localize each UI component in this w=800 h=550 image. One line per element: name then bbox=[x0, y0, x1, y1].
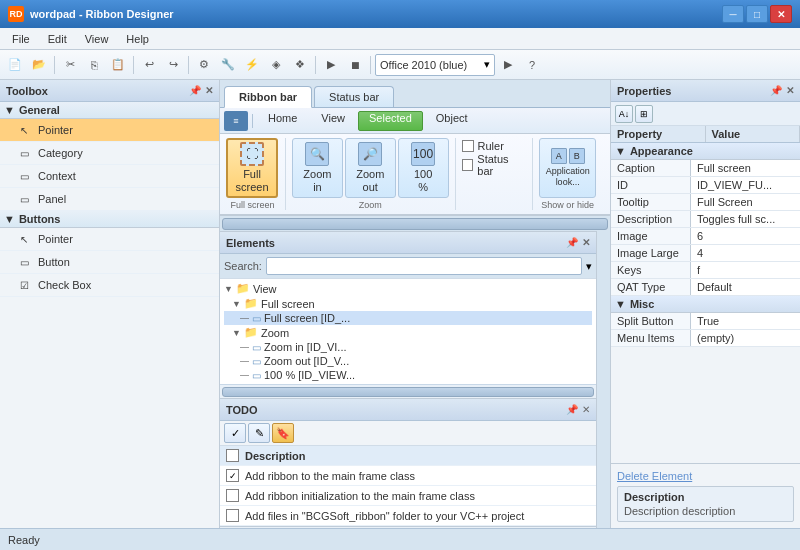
tb-nav-forward[interactable]: ▶ bbox=[497, 54, 519, 76]
elements-hscroll-thumb[interactable] bbox=[222, 387, 594, 397]
toolbox-pin-icon[interactable]: 📌 bbox=[189, 85, 201, 96]
todo-btn-2[interactable]: ✎ bbox=[248, 423, 270, 443]
tree-item-fullscreen[interactable]: ▼ 📁 Full screen bbox=[224, 296, 592, 311]
toolbox-item-context[interactable]: ▭ Context bbox=[0, 165, 219, 188]
props-row-menu-items[interactable]: Menu Items (empty) bbox=[611, 330, 800, 347]
ribbon-tab-view[interactable]: View bbox=[310, 111, 356, 131]
props-row-caption[interactable]: Caption Full screen bbox=[611, 160, 800, 177]
ruler-checkbox[interactable]: Ruler bbox=[462, 140, 527, 152]
menu-edit[interactable]: Edit bbox=[40, 31, 75, 47]
tree-item-zoomin[interactable]: — ▭ Zoom in [ID_VI... bbox=[224, 340, 592, 354]
undo-button[interactable]: ↩ bbox=[138, 54, 160, 76]
toolbox-item-checkbox[interactable]: ☑ Check Box bbox=[0, 274, 219, 297]
toolbox-close-icon[interactable]: ✕ bbox=[205, 85, 213, 96]
todo-btn-1[interactable]: ✓ bbox=[224, 423, 246, 443]
open-button[interactable]: 📂 bbox=[28, 54, 50, 76]
tool3[interactable]: ⚡ bbox=[241, 54, 263, 76]
properties-close-icon[interactable]: ✕ bbox=[786, 85, 794, 96]
todo-cb-2[interactable] bbox=[226, 509, 239, 522]
fullscreen-button[interactable]: ⛶ Fullscreen bbox=[226, 138, 278, 198]
todo-cb-1[interactable] bbox=[226, 489, 239, 502]
zoom-100-button[interactable]: 100 100% bbox=[398, 138, 449, 198]
elements-search-input[interactable] bbox=[266, 257, 582, 275]
cut-button[interactable]: ✂ bbox=[59, 54, 81, 76]
tree-item-view[interactable]: ▼ 📁 View bbox=[224, 281, 592, 296]
menu-view[interactable]: View bbox=[77, 31, 117, 47]
tool1[interactable]: ⚙ bbox=[193, 54, 215, 76]
minimize-button[interactable]: ─ bbox=[722, 5, 744, 23]
prop-value-id[interactable]: ID_VIEW_FU... bbox=[691, 177, 800, 193]
toolbox-item-panel[interactable]: ▭ Panel bbox=[0, 188, 219, 211]
close-button[interactable]: ✕ bbox=[770, 5, 792, 23]
tree-item-fullscreen-id[interactable]: — ▭ Full screen [ID_... bbox=[224, 311, 592, 325]
menu-file[interactable]: File bbox=[4, 31, 38, 47]
maximize-button[interactable]: □ bbox=[746, 5, 768, 23]
tree-item-zoom[interactable]: ▼ 📁 Zoom bbox=[224, 325, 592, 340]
ribbon-qat-button[interactable]: ≡ bbox=[224, 111, 248, 131]
tool6[interactable]: ▶ bbox=[320, 54, 342, 76]
tool4[interactable]: ◈ bbox=[265, 54, 287, 76]
todo-close-icon[interactable]: ✕ bbox=[582, 404, 590, 415]
tool5[interactable]: ❖ bbox=[289, 54, 311, 76]
statusbar-checkbox[interactable]: Status bar bbox=[462, 153, 527, 177]
todo-row-1[interactable]: Add ribbon initialization to the main fr… bbox=[220, 486, 596, 506]
props-row-split[interactable]: Split Button True bbox=[611, 313, 800, 330]
new-button[interactable]: 📄 bbox=[4, 54, 26, 76]
todo-row-2[interactable]: Add files in "BCGSoft_ribbon" folder to … bbox=[220, 506, 596, 526]
props-sort-cat-btn[interactable]: ⊞ bbox=[635, 105, 653, 123]
todo-btn-3[interactable]: 🔖 bbox=[272, 423, 294, 443]
props-group-appearance[interactable]: ▼ Appearance bbox=[611, 143, 800, 160]
ribbon-tab-object[interactable]: Object bbox=[425, 111, 479, 131]
props-row-image[interactable]: Image 6 bbox=[611, 228, 800, 245]
theme-combo[interactable]: Office 2010 (blue) ▾ bbox=[375, 54, 495, 76]
elements-close-icon[interactable]: ✕ bbox=[582, 237, 590, 248]
props-row-description[interactable]: Description Toggles full sc... bbox=[611, 211, 800, 228]
todo-pin-icon[interactable]: 📌 bbox=[566, 404, 578, 415]
props-sort-alpha-btn[interactable]: A↓ bbox=[615, 105, 633, 123]
toolbox-item-pointer[interactable]: ↖ Pointer bbox=[0, 119, 219, 142]
elements-pin-icon[interactable]: 📌 bbox=[566, 237, 578, 248]
tool7[interactable]: ⏹ bbox=[344, 54, 366, 76]
paste-button[interactable]: 📋 bbox=[107, 54, 129, 76]
prop-value-qat[interactable]: Default bbox=[691, 279, 800, 295]
todo-cb-0[interactable]: ✓ bbox=[226, 469, 239, 482]
help-button[interactable]: ? bbox=[521, 54, 543, 76]
delete-element-link[interactable]: Delete Element bbox=[617, 470, 692, 482]
applook-button[interactable]: A B Applicationlook... bbox=[539, 138, 596, 198]
prop-value-caption[interactable]: Full screen bbox=[691, 160, 800, 176]
prop-value-menu-items[interactable]: (empty) bbox=[691, 330, 800, 346]
zoom-in-button[interactable]: 🔍 Zoomin bbox=[292, 138, 343, 198]
prop-value-tooltip[interactable]: Full Screen bbox=[691, 194, 800, 210]
prop-value-image-large[interactable]: 4 bbox=[691, 245, 800, 261]
zoom-out-button[interactable]: 🔎 Zoomout bbox=[345, 138, 396, 198]
ribbon-tab-selected[interactable]: Selected bbox=[358, 111, 423, 131]
prop-value-keys[interactable]: f bbox=[691, 262, 800, 278]
tab-ribbon-bar[interactable]: Ribbon bar bbox=[224, 86, 312, 108]
props-row-tooltip[interactable]: Tooltip Full Screen bbox=[611, 194, 800, 211]
ribbon-hscroll-thumb[interactable] bbox=[222, 218, 608, 230]
todo-row-0[interactable]: ✓ Add ribbon to the main frame class bbox=[220, 466, 596, 486]
props-row-keys[interactable]: Keys f bbox=[611, 262, 800, 279]
tree-item-zoomout[interactable]: — ▭ Zoom out [ID_V... bbox=[224, 354, 592, 368]
prop-value-description[interactable]: Toggles full sc... bbox=[691, 211, 800, 227]
toolbox-group-general[interactable]: ▼ General bbox=[0, 102, 219, 119]
props-row-id[interactable]: ID ID_VIEW_FU... bbox=[611, 177, 800, 194]
toolbox-item-category[interactable]: ▭ Category bbox=[0, 142, 219, 165]
elements-hscroll[interactable] bbox=[220, 384, 596, 398]
redo-button[interactable]: ↪ bbox=[162, 54, 184, 76]
tool2[interactable]: 🔧 bbox=[217, 54, 239, 76]
tree-item-zoom100[interactable]: — ▭ 100 % [ID_VIEW... bbox=[224, 368, 592, 382]
toolbox-item-button[interactable]: ▭ Button bbox=[0, 251, 219, 274]
ribbon-hscroll[interactable] bbox=[220, 215, 610, 231]
copy-button[interactable]: ⎘ bbox=[83, 54, 105, 76]
center-vscroll[interactable] bbox=[596, 231, 610, 528]
props-row-qat[interactable]: QAT Type Default bbox=[611, 279, 800, 296]
ribbon-tab-home[interactable]: Home bbox=[257, 111, 308, 131]
prop-value-split[interactable]: True bbox=[691, 313, 800, 329]
toolbox-group-buttons[interactable]: ▼ Buttons bbox=[0, 211, 219, 228]
menu-help[interactable]: Help bbox=[118, 31, 157, 47]
props-row-image-large[interactable]: Image Large 4 bbox=[611, 245, 800, 262]
toolbox-item-btn-pointer[interactable]: ↖ Pointer bbox=[0, 228, 219, 251]
props-group-misc[interactable]: ▼ Misc bbox=[611, 296, 800, 313]
tab-status-bar[interactable]: Status bar bbox=[314, 86, 394, 107]
